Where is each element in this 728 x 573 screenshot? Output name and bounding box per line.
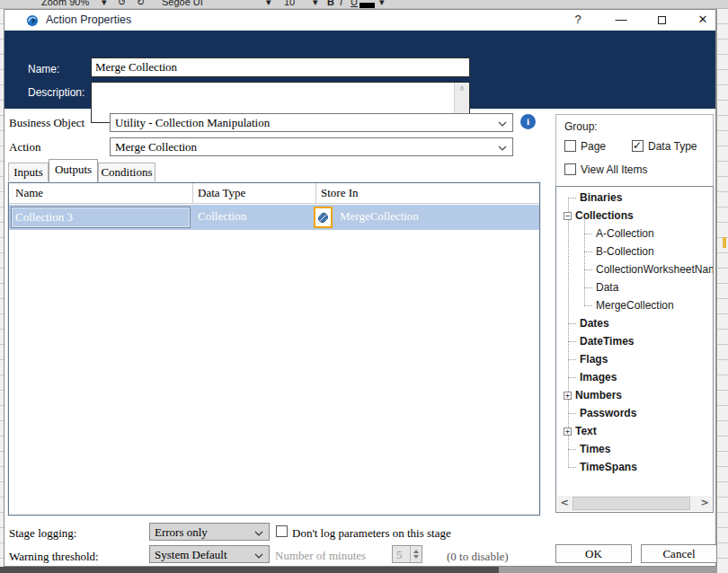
tree-item-label: Dates — [580, 317, 609, 330]
scroll-left-icon[interactable]: < — [557, 496, 572, 511]
tree-item-label: Binaries — [580, 191, 622, 204]
column-header-store-in[interactable]: Store In — [321, 186, 359, 200]
warning-threshold-dropdown[interactable]: System Default — [149, 545, 270, 563]
chevron-down-icon — [498, 121, 507, 127]
stage-logging-label: Stage logging: — [9, 526, 76, 541]
output-name-cell[interactable]: Collection 3 — [11, 207, 191, 228]
business-object-label: Business Object — [9, 116, 84, 130]
tree-branch-line — [584, 287, 592, 288]
zero-to-disable-hint: (0 to disable) — [447, 550, 509, 564]
tab-conditions[interactable]: Conditions — [98, 163, 155, 182]
cancel-button[interactable]: Cancel — [641, 544, 717, 563]
tree-item-label: Collections — [575, 209, 634, 222]
data-items-tree[interactable]: Binaries−CollectionsA-CollectionB-Collec… — [555, 186, 714, 513]
scrollbar-thumb[interactable] — [573, 497, 690, 510]
collection-data-item-icon[interactable] — [314, 207, 333, 228]
scroll-right-icon[interactable]: > — [697, 496, 712, 511]
table-row[interactable]: Collection 3 Collection MergeCollection — [9, 205, 539, 230]
tree-item-text[interactable]: +Text — [558, 422, 711, 440]
tree-branch-line — [584, 234, 592, 234]
page-checkbox[interactable] — [564, 140, 576, 152]
tree-item-dates[interactable]: Dates — [558, 314, 711, 332]
collapse-icon[interactable]: − — [564, 212, 572, 220]
help-button[interactable]: ? — [563, 10, 593, 31]
tree-item-collections[interactable]: −Collections — [558, 207, 711, 225]
action-label: Action — [9, 140, 40, 154]
tree-item-collectionworksheetname[interactable]: CollectionWorksheetName — [558, 260, 711, 278]
dropdown-arrow-icon: ▾ — [379, 0, 385, 8]
spinner-down-icon[interactable] — [413, 555, 419, 559]
tree-item-data[interactable]: Data — [558, 278, 711, 296]
tree-item-label: DateTimes — [580, 335, 634, 348]
dialog-header-panel: Name: Description: ∧ ∨ — [4, 31, 715, 109]
tree-branch-line — [568, 341, 576, 342]
minimize-button[interactable]: — — [606, 10, 636, 31]
tab-inputs[interactable]: Inputs — [8, 163, 49, 182]
minutes-spinner[interactable]: 5 — [392, 545, 422, 563]
data-type-checkbox-label: Data Type — [648, 140, 697, 153]
column-header-name[interactable]: Name — [15, 186, 43, 200]
tree-item-times[interactable]: Times — [558, 440, 711, 458]
tree-item-label: Images — [580, 371, 617, 383]
stage-logging-dropdown[interactable]: Errors only — [149, 523, 270, 541]
name-label: Name: — [28, 63, 59, 75]
tree-item-label: Numbers — [575, 389, 622, 401]
tree-item-b-collection[interactable]: B-Collection — [558, 242, 711, 260]
tree-item-mergecollection[interactable]: MergeCollection — [558, 296, 711, 314]
tree-branch-line — [568, 413, 576, 414]
tree-item-label: Times — [580, 443, 610, 455]
expand-icon[interactable]: + — [564, 392, 572, 400]
dont-log-parameters-label: Don't log parameters on this stage — [292, 526, 451, 541]
minutes-value: 5 — [396, 548, 403, 562]
ok-button[interactable]: OK — [555, 544, 632, 563]
dialog-titlebar[interactable]: Action Properties ? — ✕ — [4, 10, 715, 31]
scroll-up-icon[interactable]: ∧ — [455, 84, 469, 93]
action-dropdown[interactable]: Merge Collection — [110, 137, 513, 156]
spinner-buttons[interactable] — [410, 546, 422, 562]
spinner-up-icon[interactable] — [413, 550, 419, 553]
group-panel: Group: Page Data Type View All Items — [555, 114, 714, 190]
tree-branch-line — [568, 449, 576, 450]
data-type-checkbox[interactable] — [632, 140, 644, 152]
close-button[interactable]: ✕ — [688, 10, 718, 31]
tree-branch-line — [584, 251, 592, 252]
tree-item-datetimes[interactable]: DateTimes — [558, 332, 711, 350]
tree-item-label: Text — [575, 425, 597, 437]
dropdown-arrow-icon: ▾ — [313, 0, 318, 8]
business-object-dropdown[interactable]: Utility - Collection Manipulation — [110, 113, 513, 132]
warning-threshold-label: Warning threshold: — [9, 550, 99, 564]
tree-item-flags[interactable]: Flags — [558, 350, 711, 368]
page-checkbox-label: Page — [581, 140, 606, 153]
dont-log-parameters-checkbox[interactable] — [276, 525, 288, 537]
tree-item-a-collection[interactable]: A-Collection — [558, 225, 711, 242]
tree-branch-line — [568, 198, 576, 198]
info-icon[interactable]: i — [520, 114, 536, 129]
view-all-items-checkbox[interactable] — [564, 163, 576, 175]
maximize-button[interactable] — [646, 10, 677, 31]
dropdown-arrow-icon: ▾ — [266, 0, 271, 8]
tree-horizontal-scrollbar[interactable]: < > — [557, 496, 712, 511]
tree-item-label: TimeSpans — [580, 461, 637, 473]
table-header-row: Name Data Type Store In — [9, 183, 539, 204]
collection-glyph — [316, 211, 329, 224]
action-properties-dialog: Action Properties ? — ✕ Name: Descriptio… — [4, 9, 716, 567]
column-header-data-type[interactable]: Data Type — [198, 186, 245, 200]
tree-item-numbers[interactable]: +Numbers — [558, 386, 711, 404]
tree-item-images[interactable]: Images — [558, 368, 711, 386]
tab-outputs[interactable]: Outputs — [49, 159, 98, 182]
tree-branch-line — [568, 377, 576, 378]
tree-branch-line — [568, 323, 576, 324]
output-store-in-cell[interactable]: MergeCollection — [340, 209, 419, 224]
expand-icon[interactable]: + — [564, 428, 572, 436]
tree-item-binaries[interactable]: Binaries — [558, 189, 711, 207]
action-value: Merge Collection — [115, 140, 197, 154]
tree-item-timespans[interactable]: TimeSpans — [558, 458, 711, 476]
name-input[interactable] — [91, 57, 470, 77]
font-color-swatch — [360, 3, 375, 8]
tree-rows: Binaries−CollectionsA-CollectionB-Collec… — [558, 189, 711, 476]
font-size-control: 10 — [284, 0, 295, 7]
background-strip-dark — [0, 567, 499, 573]
redo-icon: ↻ — [137, 0, 145, 8]
tree-item-passwords[interactable]: Passwords — [558, 404, 711, 422]
tree-item-label: Data — [596, 281, 618, 294]
